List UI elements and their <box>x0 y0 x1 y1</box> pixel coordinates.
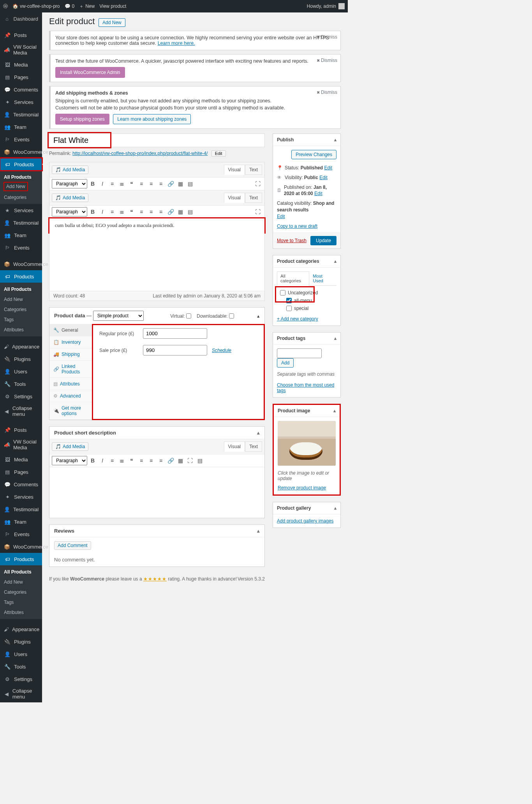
submenu-tags-3[interactable]: Tags <box>0 597 42 607</box>
edit-status-link[interactable]: Edit <box>324 165 332 171</box>
link-icon[interactable]: 🔗 <box>166 456 175 465</box>
dismiss-button[interactable]: Dismiss <box>317 90 337 95</box>
sidebar-collapse-3[interactable]: ◀Collapse menu <box>0 685 42 702</box>
permalink-edit-button[interactable]: Edit <box>211 150 226 157</box>
category-all-menu[interactable]: all-menu <box>277 297 336 304</box>
add-media-button-2[interactable]: 🎵Add Media <box>52 194 88 202</box>
sidebar-item-events[interactable]: 🏳Events <box>0 133 42 146</box>
sidebar-item-media[interactable]: 🖼Media <box>0 58 42 71</box>
product-type-select[interactable]: Simple product <box>93 311 144 321</box>
shortdesc-add-media-button[interactable]: 🎵Add Media <box>52 442 88 451</box>
toggle-icon[interactable]: ▴ <box>334 137 336 143</box>
align-center-icon[interactable]: ≡ <box>147 208 155 216</box>
sidebar-item-events-2[interactable]: 🏳Events <box>0 241 42 254</box>
setup-shipping-button[interactable]: Setup shipping zones <box>55 114 109 125</box>
submenu-categories-2[interactable]: Categories <box>0 304 42 315</box>
bold-icon[interactable]: B <box>88 208 97 216</box>
tab-text-2[interactable]: Text <box>245 193 262 203</box>
submenu-categories-3[interactable]: Categories <box>0 587 42 597</box>
toolbar-toggle-icon[interactable]: ▤ <box>186 179 194 188</box>
add-tag-button[interactable]: Add <box>277 358 294 368</box>
new-content[interactable]: ＋ New <box>79 3 95 10</box>
add-comment-button[interactable]: Add Comment <box>54 541 91 550</box>
align-left-icon[interactable]: ≡ <box>137 179 146 188</box>
add-gallery-images-link[interactable]: Add product gallery images <box>277 518 333 524</box>
move-to-trash-link[interactable]: Move to Trash <box>277 238 307 243</box>
align-left-icon[interactable]: ≡ <box>137 208 146 216</box>
toggle-icon[interactable]: ▴ <box>334 336 336 341</box>
bold-icon[interactable]: B <box>88 456 97 465</box>
fullscreen-icon[interactable]: ⛶ <box>254 208 262 216</box>
tab-all-categories[interactable]: All categories <box>277 271 309 286</box>
learn-more-https-link[interactable]: Learn more here. <box>158 40 195 46</box>
editor-content-area[interactable]: cum bulla ut debui; EGO youd adepto a ma… <box>49 218 264 232</box>
toggle-icon[interactable]: ▴ <box>257 313 260 319</box>
sale-price-input[interactable] <box>143 345 207 355</box>
dismiss-button[interactable]: Dismiss <box>317 58 337 63</box>
category-special[interactable]: special <box>277 304 336 312</box>
shortdesc-paragraph-dropdown[interactable]: Paragraph <box>52 456 87 465</box>
toggle-icon[interactable]: ▴ <box>333 408 336 413</box>
align-right-icon[interactable]: ≡ <box>157 208 165 216</box>
toggle-icon[interactable]: ▴ <box>334 259 336 264</box>
product-title-input[interactable] <box>49 134 265 147</box>
list-ul-icon[interactable]: ≡ <box>108 456 116 465</box>
downloadable-checkbox-label[interactable]: Downloadable: <box>197 313 234 319</box>
install-woo-admin-button[interactable]: Install WooCommerce Admin <box>55 67 125 78</box>
sidebar-item-services[interactable]: ✦Services <box>0 96 42 108</box>
toolbar-toggle-icon[interactable]: ▤ <box>196 456 204 465</box>
special-checkbox[interactable] <box>286 306 292 311</box>
submenu-attributes-3[interactable]: Attributes <box>0 607 42 618</box>
submenu-all-products-2[interactable]: All Products <box>0 284 42 294</box>
sidebar-item-settings-3[interactable]: ⚙Settings <box>0 673 42 685</box>
fullscreen-icon[interactable]: ⛶ <box>254 179 262 188</box>
tab-visual[interactable]: Visual <box>224 165 245 175</box>
all-menu-checkbox[interactable] <box>286 298 292 303</box>
sidebar-item-tc-services[interactable]: ★Services <box>0 204 42 216</box>
sidebar-item-testimonial-2[interactable]: 👤Testimonial <box>0 216 42 229</box>
sidebar-item-tools[interactable]: 🔧Tools <box>0 378 42 390</box>
choose-tags-link[interactable]: Choose from the most used tags <box>277 382 334 393</box>
sidebar-item-products-3[interactable]: 🏷Products <box>0 553 42 565</box>
sidebar-item-pages[interactable]: ▤Pages <box>0 71 42 83</box>
wp-logo[interactable]: ⓦ <box>3 3 8 10</box>
list-ol-icon[interactable]: ≣ <box>118 208 126 216</box>
italic-icon[interactable]: I <box>98 456 107 465</box>
submenu-add-new-3[interactable]: Add New <box>0 577 42 587</box>
toggle-icon[interactable]: ▴ <box>334 505 336 511</box>
sidebar-item-team[interactable]: 👥Team <box>0 121 42 133</box>
list-ul-icon[interactable]: ≡ <box>108 208 116 216</box>
sidebar-item-media-3[interactable]: 🖼Media <box>0 453 42 466</box>
submenu-all-products-3[interactable]: All Products <box>0 567 42 577</box>
product-image-thumbnail[interactable] <box>278 421 336 466</box>
sidebar-item-woocommerce[interactable]: 📦WooCommerce <box>0 146 42 158</box>
sidebar-item-team-3[interactable]: 👥Team <box>0 515 42 528</box>
list-ol-icon[interactable]: ≣ <box>118 456 126 465</box>
submenu-add-new-2[interactable]: Add New <box>0 294 42 304</box>
sidebar-item-plugins-3[interactable]: 🔌Plugins <box>0 635 42 648</box>
bold-icon[interactable]: B <box>88 179 97 188</box>
rating-stars-link[interactable]: ★★★★★ <box>143 576 167 582</box>
tab-general[interactable]: 🔧General <box>49 324 92 336</box>
schedule-link[interactable]: Schedule <box>212 348 231 353</box>
tab-inventory[interactable]: 📋Inventory <box>49 336 92 348</box>
sidebar-item-users[interactable]: 👤Users <box>0 365 42 378</box>
tab-visual-2[interactable]: Visual <box>224 193 245 203</box>
sidebar-item-tools-3[interactable]: 🔧Tools <box>0 660 42 673</box>
shortdesc-textarea[interactable] <box>49 467 264 518</box>
preview-changes-button[interactable]: Preview Changes <box>291 150 336 159</box>
sidebar-item-woocommerce-2[interactable]: 📦WooCommerce <box>0 258 42 270</box>
editor-rest-area[interactable] <box>49 232 264 291</box>
quote-icon[interactable]: ❝ <box>127 179 136 188</box>
toggle-icon[interactable]: ▴ <box>257 528 260 534</box>
update-button[interactable]: Update <box>310 236 336 245</box>
sidebar-item-products-2[interactable]: 🏷Products <box>0 270 42 283</box>
submenu-tags-2[interactable]: Tags <box>0 315 42 325</box>
sidebar-item-testimonial[interactable]: 👤Testimonial <box>0 108 42 121</box>
submenu-attributes-2[interactable]: Attributes <box>0 325 42 335</box>
link-icon[interactable]: 🔗 <box>166 208 175 216</box>
more-icon[interactable]: ▦ <box>176 456 185 465</box>
sidebar-item-social[interactable]: 📣VW Social Media <box>0 41 42 58</box>
tab-text[interactable]: Text <box>245 165 262 175</box>
sidebar-item-comments[interactable]: 💬Comments <box>0 83 42 96</box>
